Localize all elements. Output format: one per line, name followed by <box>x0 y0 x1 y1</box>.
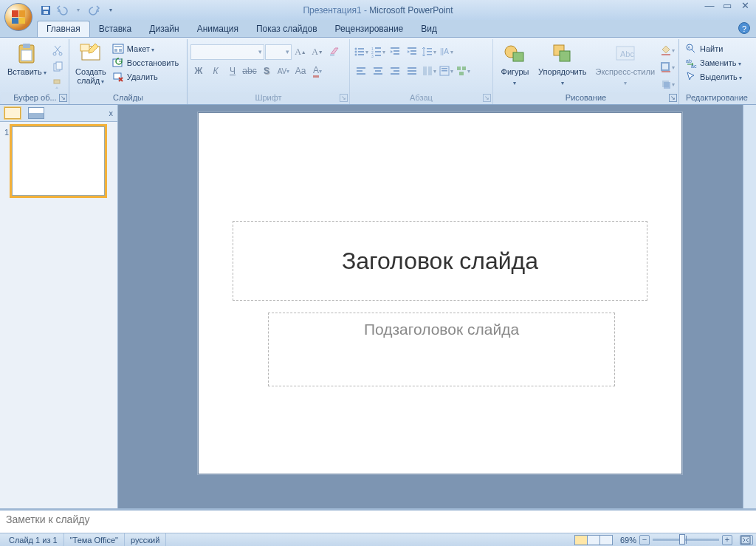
maximize-button[interactable]: ▭ <box>721 1 734 12</box>
tab-insert[interactable]: Вставка <box>90 21 141 37</box>
line-spacing-icon[interactable] <box>421 44 437 60</box>
thumbnails-pane: x 1 <box>0 105 118 508</box>
slide[interactable]: Заголовок слайда Подзаголовок слайда <box>198 112 682 474</box>
shapes-button[interactable]: Фигуры <box>496 41 534 89</box>
tab-design[interactable]: Дизайн <box>140 21 188 37</box>
redo-icon[interactable] <box>87 3 102 18</box>
svg-rect-12 <box>80 44 89 51</box>
font-launcher-icon[interactable]: ↘ <box>340 94 348 102</box>
tab-slideshow[interactable]: Показ слайдов <box>247 21 326 37</box>
copy-icon[interactable] <box>49 59 66 75</box>
shrink-font-icon[interactable]: A▼ <box>309 44 326 60</box>
office-button[interactable] <box>4 3 32 31</box>
new-slide-button[interactable]: Создать слайд <box>72 41 109 88</box>
zoom-slider[interactable] <box>653 539 719 541</box>
align-center-icon[interactable] <box>370 63 386 79</box>
shape-outline-icon[interactable] <box>659 59 676 75</box>
drawing-launcher-icon[interactable]: ↘ <box>669 94 677 102</box>
fit-window-icon[interactable] <box>740 535 753 545</box>
shape-effects-icon[interactable] <box>659 76 676 92</box>
italic-icon[interactable]: К <box>207 63 224 79</box>
vertical-scrollbar[interactable] <box>743 105 756 508</box>
font-name-combo[interactable] <box>190 44 264 60</box>
status-slide[interactable]: Слайд 1 из 1 <box>3 533 64 546</box>
cut-icon[interactable] <box>49 42 66 58</box>
svg-rect-36 <box>410 50 416 52</box>
svg-rect-45 <box>374 67 382 69</box>
replace-button[interactable]: abacЗаменить <box>682 56 745 69</box>
justify-icon[interactable] <box>404 63 420 79</box>
slideshow-view-icon[interactable] <box>599 535 613 545</box>
svg-rect-65 <box>560 51 570 61</box>
svg-rect-37 <box>410 53 416 55</box>
svg-rect-15 <box>114 49 117 52</box>
delete-button[interactable]: Удалить <box>109 70 182 83</box>
strike-icon[interactable]: abc <box>241 63 258 79</box>
qat-customize-icon[interactable] <box>103 3 118 18</box>
grow-font-icon[interactable]: A▲ <box>292 44 309 60</box>
tab-animation[interactable]: Анимация <box>188 21 247 37</box>
increase-indent-icon[interactable] <box>404 44 420 60</box>
bold-icon[interactable]: Ж <box>190 63 207 79</box>
svg-rect-46 <box>375 70 381 72</box>
change-case-icon[interactable]: Aa <box>292 63 309 79</box>
undo-dropdown-icon[interactable] <box>71 3 86 18</box>
svg-point-22 <box>355 51 357 53</box>
svg-rect-32 <box>391 47 399 49</box>
svg-rect-61 <box>459 72 464 75</box>
slide-canvas[interactable]: Заголовок слайда Подзаголовок слайда <box>118 105 743 508</box>
quick-styles-button[interactable]: Abc Экспресс-стили <box>591 41 659 89</box>
slide-thumbnail[interactable]: 1 <box>4 126 113 196</box>
close-button[interactable]: ✕ <box>738 1 752 12</box>
status-language[interactable]: русский <box>125 533 166 546</box>
font-size-combo[interactable] <box>265 44 292 60</box>
font-color-icon[interactable]: A <box>309 63 326 79</box>
paste-button[interactable]: Вставить <box>4 41 49 79</box>
select-button[interactable]: Выделить <box>682 70 745 83</box>
find-button[interactable]: AНайти <box>682 42 745 55</box>
notes-pane[interactable]: Заметки к слайду <box>0 508 756 533</box>
status-theme[interactable]: "Тема Office" <box>64 533 125 546</box>
align-right-icon[interactable] <box>387 63 403 79</box>
align-text-icon[interactable] <box>438 63 454 79</box>
format-painter-icon[interactable] <box>49 76 66 92</box>
zoom-out-icon[interactable]: − <box>639 535 650 545</box>
layout-button[interactable]: Макет <box>109 42 182 55</box>
char-spacing-icon[interactable]: AV <box>275 63 292 79</box>
subtitle-placeholder[interactable]: Подзаголовок слайда <box>268 313 615 386</box>
smartart-icon[interactable] <box>455 63 471 79</box>
minimize-button[interactable]: — <box>703 1 716 12</box>
text-direction-icon[interactable]: ||A <box>438 44 454 60</box>
underline-icon[interactable]: Ч <box>224 63 241 79</box>
sorter-view-icon[interactable] <box>587 535 600 545</box>
paragraph-launcher-icon[interactable]: ↘ <box>483 94 491 102</box>
reset-button[interactable]: Восстановить <box>109 56 182 69</box>
svg-rect-40 <box>427 54 432 55</box>
bullets-icon[interactable] <box>353 44 369 60</box>
clear-format-icon[interactable] <box>326 44 343 60</box>
align-left-icon[interactable] <box>353 63 369 79</box>
columns-icon[interactable] <box>421 63 437 79</box>
arrange-button[interactable]: Упорядочить <box>534 41 591 89</box>
outline-tab-icon[interactable] <box>28 107 44 119</box>
svg-rect-9 <box>56 62 62 69</box>
zoom-value[interactable]: 69% <box>620 536 636 545</box>
normal-view-icon[interactable] <box>574 535 588 545</box>
save-icon[interactable] <box>38 3 53 18</box>
numbering-icon[interactable]: 123 <box>370 44 386 60</box>
tab-view[interactable]: Вид <box>412 21 446 37</box>
undo-icon[interactable] <box>55 3 69 18</box>
tab-review[interactable]: Рецензирование <box>326 21 413 37</box>
close-pane-icon[interactable]: x <box>109 109 114 117</box>
shadow-icon[interactable]: S <box>258 63 275 79</box>
svg-point-20 <box>355 48 357 50</box>
help-icon[interactable]: ? <box>738 22 750 34</box>
zoom-in-icon[interactable]: + <box>722 535 732 545</box>
clipboard-launcher-icon[interactable]: ↘ <box>59 94 67 102</box>
title-placeholder[interactable]: Заголовок слайда <box>233 221 647 301</box>
tab-home[interactable]: Главная <box>37 21 90 37</box>
decrease-indent-icon[interactable] <box>387 44 403 60</box>
svg-rect-47 <box>374 73 382 75</box>
slides-tab-icon[interactable] <box>4 107 21 119</box>
shape-fill-icon[interactable] <box>659 42 676 58</box>
